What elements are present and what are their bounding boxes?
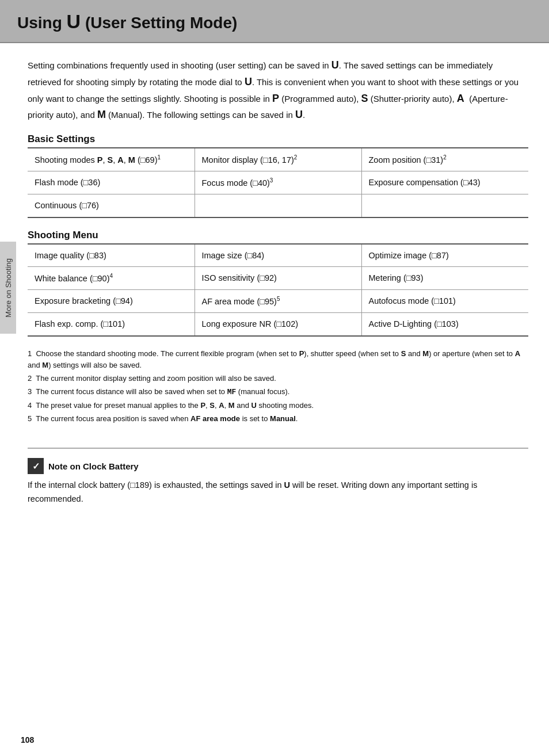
table-cell: Metering (□93)	[361, 267, 528, 290]
table-cell	[361, 194, 528, 217]
side-tab: More on Shooting	[0, 242, 16, 334]
table-cell: Exposure compensation (□43)	[361, 171, 528, 194]
table-row: Shooting modes P, S, A, M (□69)1 Monitor…	[28, 148, 528, 171]
table-row: Exposure bracketing (□94) AF area mode (…	[28, 290, 528, 313]
intro-paragraph: Setting combinations frequently used in …	[28, 57, 528, 123]
table-cell: Active D-Lighting (□103)	[361, 313, 528, 336]
table-cell: Flash mode (□36)	[28, 171, 195, 194]
note-title-text: Note on Clock Battery	[48, 461, 139, 471]
footnotes: 1 Choose the standard shooting mode. The…	[28, 348, 528, 425]
table-row: Flash mode (□36) Focus mode (□40)3 Expos…	[28, 171, 528, 194]
table-cell: Optimize image (□87)	[361, 244, 528, 267]
note-text: If the internal clock battery (□189) is …	[28, 479, 528, 505]
table-cell	[195, 194, 361, 217]
title-prefix: Using	[17, 14, 67, 32]
note-icon: ✓	[28, 458, 44, 474]
footnote-5: 5 The current focus area position is sav…	[28, 413, 528, 425]
table-cell: Monitor display (□16, 17)2	[195, 148, 361, 171]
table-cell: Long exposure NR (□102)	[195, 313, 361, 336]
table-cell: Continuous (□76)	[28, 194, 195, 217]
shooting-menu-heading: Shooting Menu	[28, 230, 528, 241]
title-suffix: (User Setting Mode)	[81, 14, 237, 32]
table-cell: Zoom position (□31)2	[361, 148, 528, 171]
table-cell: Image size (□84)	[195, 244, 361, 267]
table-cell: ISO sensitivity (□92)	[195, 267, 361, 290]
table-cell: Exposure bracketing (□94)	[28, 290, 195, 313]
table-row: Flash exp. comp. (□101) Long exposure NR…	[28, 313, 528, 336]
shooting-menu-table: Image quality (□83) Image size (□84) Opt…	[28, 243, 528, 337]
page-header: Using U (User Setting Mode)	[0, 0, 549, 43]
table-cell: Flash exp. comp. (□101)	[28, 313, 195, 336]
main-content: Setting combinations frequently used in …	[0, 43, 549, 520]
table-row: Continuous (□76)	[28, 194, 528, 217]
table-cell: White balance (□90)4	[28, 267, 195, 290]
note-title: ✓ Note on Clock Battery	[28, 458, 528, 474]
table-cell: Autofocus mode (□101)	[361, 290, 528, 313]
page-title: Using U (User Setting Mode)	[17, 10, 532, 33]
table-row: White balance (□90)4 ISO sensitivity (□9…	[28, 267, 528, 290]
footnote-2: 2 The current monitor display setting an…	[28, 373, 528, 385]
footnote-3: 3 The current focus distance will also b…	[28, 386, 528, 399]
basic-settings-heading: Basic Settings	[28, 133, 528, 145]
footnote-4: 4 The preset value for preset manual app…	[28, 400, 528, 412]
table-row: Image quality (□83) Image size (□84) Opt…	[28, 244, 528, 267]
table-cell: Image quality (□83)	[28, 244, 195, 267]
table-cell: Focus mode (□40)3	[195, 171, 361, 194]
page-number: 108	[21, 735, 34, 744]
note-box: ✓ Note on Clock Battery If the internal …	[28, 448, 528, 505]
table-cell: Shooting modes P, S, A, M (□69)1	[28, 148, 195, 171]
footnote-1: 1 Choose the standard shooting mode. The…	[28, 348, 528, 372]
table-cell: AF area mode (□95)5	[195, 290, 361, 313]
basic-settings-table: Shooting modes P, S, A, M (□69)1 Monitor…	[28, 147, 528, 218]
title-u: U	[67, 10, 81, 32]
side-tab-label: More on Shooting	[4, 258, 13, 318]
